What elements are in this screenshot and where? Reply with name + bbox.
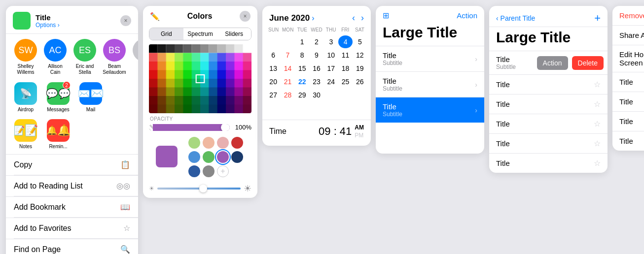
ctx-title-4[interactable]: Title ☆ [612, 131, 644, 151]
colors-close-button[interactable]: × [240, 11, 250, 22]
app-row: Airdrop 💬 2 Messages ✉️ Mail 📝 Notes 🔔 R… [6, 80, 138, 154]
contact-item[interactable]: DK Da...Kn... [131, 39, 138, 75]
cal-day-13[interactable]: 13 [266, 62, 280, 75]
brightness-thumb[interactable] [199, 185, 207, 192]
opacity-track[interactable] [149, 124, 230, 131]
list-item-title: Title [383, 77, 402, 85]
context-menu-panel: Remove App ⊖ Share App ⬆ Edit Home Scree… [612, 6, 644, 151]
cal-day-12[interactable]: 12 [353, 49, 367, 62]
cal-day-28[interactable]: 28 [281, 89, 294, 101]
ctx-title-3[interactable]: Title ☆ [612, 112, 644, 131]
swatch-darkblue[interactable] [188, 165, 200, 177]
cal-day-11[interactable]: 11 [338, 49, 352, 62]
cal-day-7[interactable]: 7 [281, 49, 294, 62]
action-bookmark[interactable]: Add Bookmark 📖 [6, 196, 138, 217]
opacity-thumb[interactable] [221, 124, 230, 131]
spectrum-segment[interactable]: Spectrum [183, 28, 217, 40]
action-find[interactable]: Find on Page 🔍 [6, 239, 138, 254]
cal-day-26[interactable]: 26 [353, 75, 367, 88]
grid-segment[interactable]: Grid [149, 28, 183, 40]
cal-day-14[interactable]: 14 [281, 62, 294, 75]
brightness-slider[interactable] [157, 184, 241, 193]
action-favorites[interactable]: Add to Favorites ☆ [6, 218, 138, 238]
app-item[interactable]: ✉️ Mail [78, 82, 104, 112]
cal-day-27[interactable]: 27 [266, 89, 280, 101]
cal-day-10[interactable]: 10 [324, 49, 338, 62]
cal-day-18[interactable]: 18 [338, 62, 352, 75]
list-item-3-selected[interactable]: Title Subtitle › [376, 97, 484, 123]
cal-day-19[interactable]: 19 [353, 62, 367, 75]
contact-item[interactable]: SW ShelleyWillems [13, 39, 38, 75]
cal-day-23[interactable]: 23 [310, 75, 323, 88]
contact-item[interactable]: AC AllisonCain [42, 39, 68, 75]
cal-day-5[interactable]: 5 [353, 35, 367, 48]
app-item[interactable]: Airdrop [13, 82, 38, 112]
cal-day-15[interactable]: 15 [295, 62, 309, 75]
ctx-title-1[interactable]: Title ☆ [612, 72, 644, 92]
nav-list-item-2[interactable]: Title ☆ [489, 74, 608, 94]
list-item-1[interactable]: Title Subtitle › [376, 46, 484, 71]
nav-list-item-4[interactable]: Title ☆ [489, 114, 608, 133]
cal-day-22[interactable]: 22 [295, 75, 309, 88]
cal-day-17[interactable]: 17 [324, 62, 338, 75]
cal-day-24[interactable]: 24 [324, 75, 338, 88]
ctx-title-label: Title [619, 97, 633, 106]
nav-add-button[interactable]: + [594, 12, 601, 25]
nav-back-button[interactable]: ‹ Parent Title [496, 14, 535, 22]
action-button[interactable]: Action [537, 56, 568, 70]
list-action-button[interactable]: Action [457, 11, 477, 20]
delete-button[interactable]: Delete [572, 56, 604, 70]
reading-list-label: Add to Reading List [14, 182, 83, 190]
cal-day-1[interactable]: 1 [295, 35, 309, 48]
app-item[interactable]: 📝 Notes [13, 119, 38, 149]
ctx-remove-app[interactable]: Remove App ⊖ [612, 6, 644, 26]
am-label[interactable]: AM [355, 124, 364, 131]
swatch-peach[interactable] [203, 137, 215, 149]
cal-day-3[interactable]: 3 [324, 35, 338, 48]
cal-day-30[interactable]: 30 [310, 89, 323, 101]
share-close-button[interactable]: × [120, 15, 131, 26]
calendar-days: 1 2 3 4 5 6 7 8 9 10 11 12 13 14 15 16 1… [266, 35, 367, 115]
action-reading-list[interactable]: Add to Reading List ◎◎ [6, 175, 138, 196]
swatch-green[interactable] [188, 137, 200, 149]
contact-item[interactable]: ES Eric andStella [72, 39, 98, 75]
pm-label[interactable]: PM [355, 132, 364, 139]
swatch-blue[interactable] [188, 151, 200, 163]
cal-day-6[interactable]: 6 [266, 49, 280, 62]
cal-day-16[interactable]: 16 [310, 62, 323, 75]
list-item-text: Title Subtitle [383, 77, 402, 92]
swatch-red[interactable] [231, 137, 243, 149]
action-copy[interactable]: Copy 📋 [6, 154, 138, 175]
swatch-gray[interactable] [203, 165, 215, 177]
nav-list-item-5[interactable]: Title ☆ [489, 133, 608, 153]
app-item[interactable]: 💬 2 Messages [45, 82, 71, 112]
ctx-title-2[interactable]: Title ☆ [612, 92, 644, 112]
list-item-subtitle: Subtitle [383, 111, 402, 118]
cal-day-2[interactable]: 2 [310, 35, 323, 48]
cal-day-8[interactable]: 8 [295, 49, 309, 62]
swatch-lime[interactable] [203, 151, 215, 163]
calendar-prev-button[interactable]: ‹ [352, 13, 355, 23]
cal-day-4-today[interactable]: 4 [338, 35, 352, 48]
swatch-pink[interactable] [217, 137, 229, 149]
nav-list-item-6[interactable]: Title ☆ [489, 153, 608, 173]
cal-day-20[interactable]: 20 [266, 75, 280, 88]
swatch-navy[interactable] [231, 151, 243, 163]
list-item-2[interactable]: Title Subtitle › [376, 71, 484, 97]
contact-item[interactable]: BS BeamSeilaudom [102, 39, 127, 75]
app-item[interactable]: 🔔 Remin... [45, 119, 71, 149]
swatch-purple[interactable] [217, 151, 229, 163]
ctx-share-app[interactable]: Share App ⬆ [612, 26, 644, 45]
swatch-add-button[interactable]: + [217, 165, 229, 177]
ctx-edit-home[interactable]: Edit Home Screen 📱 [612, 45, 644, 72]
calendar-next-button[interactable]: › [361, 13, 364, 23]
cal-day-25[interactable]: 25 [338, 75, 352, 88]
sliders-segment[interactable]: Sliders [217, 28, 251, 40]
cal-day-29[interactable]: 29 [295, 89, 309, 101]
cal-day-21[interactable]: 21 [281, 75, 294, 88]
nav-list-item-3[interactable]: Title ☆ [489, 94, 608, 114]
cal-day-9[interactable]: 9 [310, 49, 323, 62]
color-grid[interactable] [149, 44, 251, 113]
app-name: Messages [47, 107, 70, 112]
chevron-icon: › [475, 106, 477, 114]
